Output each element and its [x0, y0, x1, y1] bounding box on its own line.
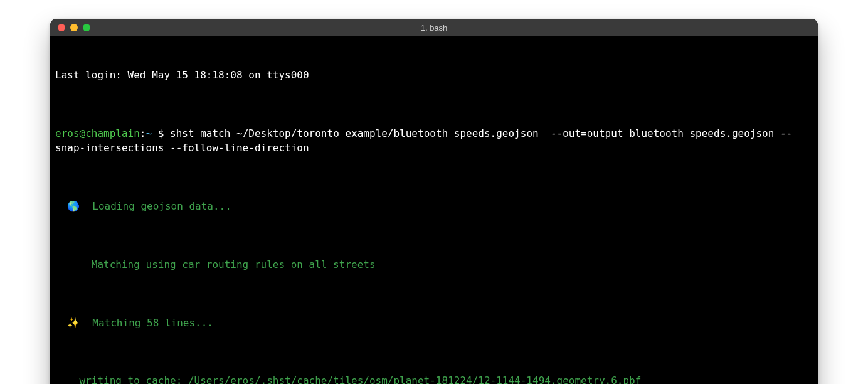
prompt-sep: : — [140, 127, 146, 139]
prompt-dollar: $ — [152, 127, 170, 139]
close-icon[interactable] — [58, 24, 65, 31]
matching-text: Matching 58 lines... — [80, 317, 213, 329]
command-line: eros@champlain:~ $ shst match ~/Desktop/… — [55, 126, 813, 155]
cache-line-1: writing to cache: /Users/eros/.shst/cach… — [55, 373, 813, 384]
routing-rules-line: Matching using car routing rules on all … — [55, 257, 813, 272]
last-login-line: Last login: Wed May 15 18:18:08 on ttys0… — [55, 68, 813, 82]
minimize-icon[interactable] — [70, 24, 78, 31]
matching-lines-line: ✨ Matching 58 lines... — [55, 316, 813, 330]
prompt-user-host: eros@champlain — [55, 127, 140, 139]
terminal-window: 1. bash Last login: Wed May 15 18:18:08 … — [50, 19, 818, 384]
traffic-lights — [58, 24, 90, 31]
window-titlebar[interactable]: 1. bash — [50, 19, 818, 36]
terminal-body[interactable]: Last login: Wed May 15 18:18:08 on ttys0… — [50, 36, 818, 384]
loading-text: Loading geojson data... — [80, 200, 231, 212]
maximize-icon[interactable] — [83, 24, 90, 31]
globe-icon: 🌎 — [67, 199, 80, 213]
window-title: 1. bash — [50, 23, 818, 33]
prompt-path: ~ — [146, 127, 152, 139]
loading-line: 🌎 Loading geojson data... — [55, 199, 813, 213]
sparkle-icon: ✨ — [67, 316, 80, 330]
